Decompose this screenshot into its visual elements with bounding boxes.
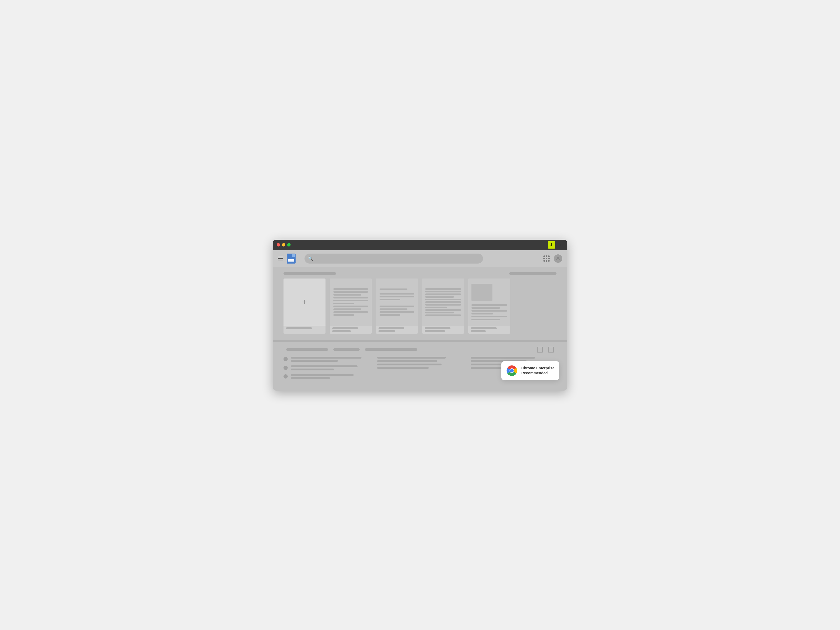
- list-item-text: [291, 365, 369, 370]
- document-card-4[interactable]: [468, 278, 510, 334]
- svg-point-3: [510, 369, 514, 373]
- grid-dot: [543, 260, 545, 262]
- header-right: [543, 254, 562, 263]
- doc-content-line: [425, 288, 461, 290]
- list-item-line: [377, 357, 446, 358]
- doc-content-line: [380, 311, 414, 313]
- doc-image-block: [471, 284, 493, 301]
- filter-bar: [284, 347, 556, 352]
- search-bar[interactable]: 🔍: [305, 254, 483, 264]
- doc-content-line: [425, 306, 447, 308]
- doc-content-line: [333, 308, 361, 310]
- list-item[interactable]: [284, 357, 369, 362]
- doc-content-line: [333, 291, 368, 293]
- doc-content-line: [380, 314, 400, 316]
- view-mode-label: [509, 272, 556, 275]
- grid-dot: [548, 256, 549, 257]
- list-item-line: [377, 367, 429, 369]
- doc-content-line: [380, 308, 407, 310]
- section-divider: [273, 340, 567, 342]
- docs-line: [288, 259, 294, 260]
- doc-content-line: [333, 303, 354, 304]
- filter-label-1: [286, 348, 328, 351]
- view-toggle-2[interactable]: [548, 347, 554, 352]
- list-item-line: [471, 357, 535, 358]
- doc-content-line: [333, 297, 368, 298]
- doc-content-line: [425, 296, 454, 298]
- download-button[interactable]: ⬇: [548, 241, 555, 249]
- minimize-button[interactable]: [282, 243, 285, 246]
- doc-title-line: [286, 327, 312, 329]
- grid-dot: [543, 256, 545, 257]
- doc-card-footer: [284, 326, 325, 331]
- maximize-button[interactable]: [287, 243, 291, 246]
- grid-dot: [546, 256, 547, 257]
- document-card-2[interactable]: [376, 278, 418, 334]
- doc-title-line: [332, 327, 358, 329]
- grid-dot: [543, 258, 545, 259]
- doc-content-line: [471, 316, 507, 317]
- doc-title-line: [379, 327, 404, 329]
- list-item-meta: [291, 377, 330, 379]
- doc-date-line: [471, 330, 486, 332]
- badge-title-line1: Chrome Enterprise: [521, 366, 554, 370]
- list-item-title: [291, 357, 362, 358]
- title-bar: ⬇ ···: [273, 240, 567, 250]
- list-item[interactable]: [284, 365, 369, 370]
- svg-point-0: [557, 257, 559, 259]
- document-card-1[interactable]: [330, 278, 372, 334]
- google-docs-icon: [287, 254, 295, 264]
- doc-date-line: [425, 330, 445, 332]
- list-item-text: [291, 357, 369, 362]
- document-card-3[interactable]: [422, 278, 464, 334]
- list-item-title: [291, 374, 354, 376]
- filter-label-2: [333, 348, 360, 351]
- doc-content-line: [425, 302, 461, 303]
- doc-content-line: [333, 294, 361, 295]
- view-toggle-1[interactable]: [537, 347, 543, 352]
- doc-content-line: [425, 299, 461, 300]
- doc-content-line: [471, 310, 507, 312]
- doc-content-line: [333, 311, 368, 313]
- new-doc-thumbnail: +: [284, 278, 325, 326]
- browser-window: ⬇ ··· 🔍: [273, 240, 567, 391]
- grid-dot: [548, 260, 549, 262]
- doc-content-line: [380, 296, 414, 297]
- download-icon: ⬇: [549, 242, 553, 247]
- section-header: [284, 272, 556, 275]
- doc-content-line: [471, 307, 500, 309]
- list-item-icon: [284, 357, 288, 361]
- docs-line: [288, 261, 294, 262]
- doc-thumbnail-2: [376, 278, 418, 326]
- app-header: 🔍: [273, 250, 567, 267]
- list-item[interactable]: [284, 374, 369, 379]
- apps-grid-icon[interactable]: [543, 256, 549, 262]
- list-item-icon: [284, 374, 288, 379]
- hamburger-line: [278, 257, 283, 257]
- doc-content-line: [380, 293, 414, 295]
- doc-card-footer-4: [468, 326, 510, 334]
- doc-card-footer-3: [422, 326, 464, 334]
- doc-content-line: [333, 306, 368, 307]
- list-item-line: [377, 363, 442, 365]
- doc-content-line: [425, 312, 454, 313]
- list-item-line: [377, 360, 437, 362]
- hamburger-menu-button[interactable]: [278, 257, 283, 261]
- traffic-lights: [277, 243, 291, 246]
- more-options-icon[interactable]: ···: [558, 243, 563, 247]
- doc-content-line: [471, 313, 493, 314]
- list-item-meta: [291, 369, 334, 370]
- grid-dot: [548, 258, 549, 259]
- grid-dot: [546, 258, 547, 259]
- search-icon: 🔍: [308, 256, 313, 261]
- new-document-card[interactable]: +: [284, 278, 325, 334]
- hamburger-line: [278, 258, 283, 259]
- list-item-icon: [284, 366, 288, 370]
- doc-title-line: [471, 327, 497, 329]
- doc-thumbnail-3: [422, 278, 464, 326]
- recent-docs-label: [284, 272, 336, 275]
- docs-icon-lines: [288, 259, 294, 262]
- user-avatar[interactable]: [554, 254, 562, 263]
- list-column-1: [284, 357, 369, 383]
- close-button[interactable]: [277, 243, 280, 246]
